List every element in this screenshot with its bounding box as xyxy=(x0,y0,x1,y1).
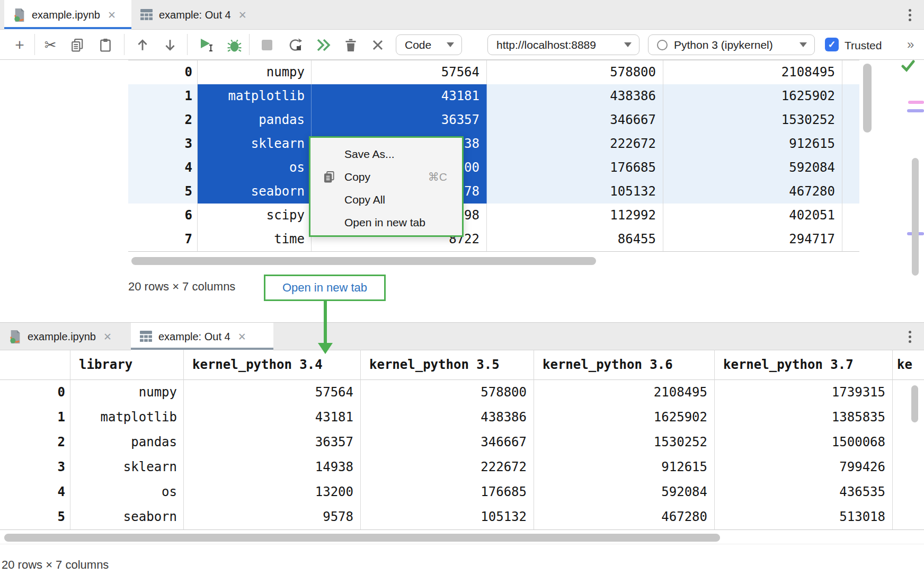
bottom-tab-example-ipynb[interactable]: example.ipynb ✕ xyxy=(0,323,131,350)
run-cell-button[interactable] xyxy=(199,37,215,53)
debug-cell-button[interactable] xyxy=(226,37,242,53)
header-index[interactable] xyxy=(0,350,70,380)
cell-type-dropdown[interactable]: Code xyxy=(396,34,462,55)
toolbar-overflow-chevrons[interactable]: » xyxy=(907,37,913,52)
close-tab-icon[interactable]: ✕ xyxy=(238,331,246,343)
table-row[interactable]: 5 seaborn 9578 105132 467280 513018 xyxy=(0,505,924,529)
row-index[interactable]: 7 xyxy=(128,227,198,251)
cell-value[interactable]: 43181 xyxy=(312,84,487,108)
table-row[interactable]: 2 pandas 36357 346667 1530252 1500068 xyxy=(0,430,924,455)
table-row[interactable]: 3 sklearn 14938 222672 912615 799426 xyxy=(0,455,924,480)
more-options-kebab-icon[interactable] xyxy=(902,329,917,344)
cell-clipped[interactable] xyxy=(842,204,859,227)
move-cell-up-button[interactable] xyxy=(135,37,150,53)
menu-item-open-in-new-tab[interactable]: Open in new tab xyxy=(310,211,462,234)
cell-value[interactable]: 112992 xyxy=(487,204,663,227)
cell-value[interactable]: 222672 xyxy=(487,132,663,156)
cell-value[interactable]: 346667 xyxy=(361,430,534,455)
row-index[interactable]: 1 xyxy=(0,405,70,430)
row-index[interactable]: 0 xyxy=(0,380,70,405)
cell-value[interactable]: 1530252 xyxy=(534,430,715,455)
menu-item-copy-all[interactable]: Copy All xyxy=(310,188,462,211)
cell-value[interactable]: 799426 xyxy=(715,455,893,480)
cell-clipped[interactable] xyxy=(842,180,859,204)
row-index[interactable]: 2 xyxy=(0,430,70,455)
cell-value[interactable]: 57564 xyxy=(312,60,487,84)
jupyter-server-dropdown[interactable]: http://localhost:8889 xyxy=(487,34,639,55)
cell-value[interactable]: 513018 xyxy=(715,505,893,529)
more-options-kebab-icon[interactable] xyxy=(902,7,917,23)
table-row-selected[interactable]: 4 os 13200 176685 592084 xyxy=(128,156,859,180)
header-kernel-python-3-7[interactable]: kernel_python 3.7 xyxy=(715,350,893,380)
table-row[interactable]: 6 scipy 8998 112992 402051 xyxy=(128,204,859,227)
cell-value[interactable]: 9578 xyxy=(184,505,361,529)
table-vertical-scrollbar-thumb[interactable] xyxy=(911,385,918,422)
cell-library[interactable]: matplotlib xyxy=(70,405,184,430)
paste-cell-button[interactable] xyxy=(97,37,113,53)
header-kernel-python-3-5[interactable]: kernel_python 3.5 xyxy=(361,350,534,380)
cell-library[interactable]: scipy xyxy=(198,204,312,227)
horizontal-scrollbar-thumb[interactable] xyxy=(131,257,596,265)
close-tab-icon[interactable]: ✕ xyxy=(238,9,247,21)
cell-clipped[interactable] xyxy=(842,84,859,108)
table-row-selected[interactable]: 2 pandas 36357 346667 1530252 xyxy=(128,108,859,132)
cell-value[interactable]: 912615 xyxy=(534,455,715,480)
cell-value[interactable]: 467280 xyxy=(663,180,842,204)
row-index[interactable]: 4 xyxy=(128,156,198,180)
cell-value[interactable]: 1530252 xyxy=(663,108,842,132)
bottom-tab-example-out4[interactable]: example: Out 4 ✕ xyxy=(131,323,273,350)
menu-item-save-as[interactable]: Save As... xyxy=(310,143,462,165)
cell-value[interactable]: 402051 xyxy=(663,204,842,227)
add-cell-button[interactable]: + xyxy=(12,37,28,53)
cell-library[interactable]: os xyxy=(70,480,184,505)
cell-library[interactable]: numpy xyxy=(70,380,184,405)
cell-value[interactable]: 467280 xyxy=(534,505,715,529)
cell-clipped[interactable] xyxy=(842,156,859,180)
cell-library[interactable]: seaborn xyxy=(198,180,312,204)
cell-value[interactable]: 592084 xyxy=(663,156,842,180)
trusted-checkbox[interactable]: ✓ xyxy=(825,38,839,51)
row-index[interactable]: 2 xyxy=(128,108,198,132)
cell-library[interactable]: matplotlib xyxy=(198,84,312,108)
cell-clipped[interactable] xyxy=(842,132,859,156)
cell-value[interactable]: 1739315 xyxy=(715,380,893,405)
table-row-selected[interactable]: 3 sklearn 14938 222672 912615 xyxy=(128,132,859,156)
row-index[interactable]: 0 xyxy=(128,60,198,84)
cell-value[interactable]: 2108495 xyxy=(534,380,715,405)
cell-value[interactable]: 36357 xyxy=(184,430,361,455)
cell-value[interactable]: 86455 xyxy=(487,227,663,251)
header-kernel-python-3-6[interactable]: kernel_python 3.6 xyxy=(534,350,715,380)
cell-value[interactable]: 578800 xyxy=(361,380,534,405)
cell-value[interactable]: 294717 xyxy=(663,227,842,251)
close-output-button[interactable] xyxy=(370,37,386,53)
editor-scrollbar-thumb[interactable] xyxy=(912,158,919,276)
move-cell-down-button[interactable] xyxy=(162,37,178,53)
cell-library[interactable]: pandas xyxy=(198,108,312,132)
stop-kernel-button[interactable] xyxy=(259,37,275,53)
cell-value[interactable]: 105132 xyxy=(487,180,663,204)
cell-value[interactable]: 438386 xyxy=(361,405,534,430)
row-index[interactable]: 3 xyxy=(0,455,70,480)
cell-value[interactable]: 176685 xyxy=(487,156,663,180)
cell-clipped[interactable] xyxy=(842,227,859,251)
cell-value[interactable]: 176685 xyxy=(361,480,534,505)
table-row[interactable]: 1 matplotlib 43181 438386 1625902 138583… xyxy=(0,405,924,430)
cell-value[interactable]: 578800 xyxy=(487,60,663,84)
cell-value[interactable]: 222672 xyxy=(361,455,534,480)
close-tab-icon[interactable]: ✕ xyxy=(103,331,112,343)
cell-library[interactable]: pandas xyxy=(70,430,184,455)
cell-clipped[interactable] xyxy=(893,380,924,405)
cell-value[interactable]: 14938 xyxy=(184,455,361,480)
cell-value[interactable]: 912615 xyxy=(663,132,842,156)
menu-item-copy[interactable]: Copy ⌘C xyxy=(310,165,462,188)
row-index[interactable]: 3 xyxy=(128,132,198,156)
cell-clipped[interactable] xyxy=(893,455,924,480)
copy-cell-button[interactable] xyxy=(69,37,85,53)
row-index[interactable]: 5 xyxy=(128,180,198,204)
cell-value[interactable]: 346667 xyxy=(487,108,663,132)
table-row[interactable]: 4 os 13200 176685 592084 436535 xyxy=(0,480,924,505)
top-tab-example-out4[interactable]: example: Out 4 ✕ xyxy=(131,0,265,30)
header-library[interactable]: library xyxy=(70,350,184,380)
table-row[interactable]: 7 time 8722 86455 294717 xyxy=(128,227,859,251)
row-index[interactable]: 4 xyxy=(0,480,70,505)
